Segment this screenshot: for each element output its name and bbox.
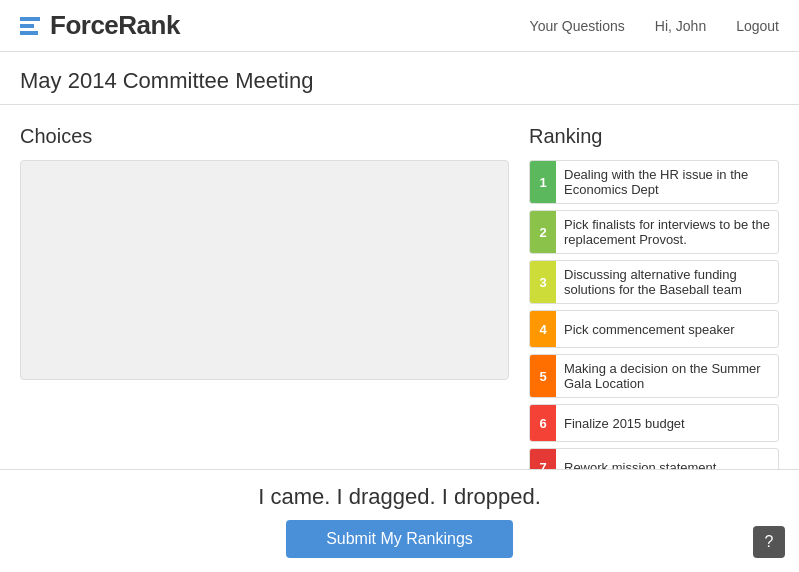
rank-label: Discussing alternative funding solutions… bbox=[556, 261, 778, 303]
rank-number: 6 bbox=[530, 405, 556, 441]
logo-icon bbox=[20, 17, 40, 35]
bottom-message: I came. I dragged. I dropped. bbox=[258, 484, 541, 510]
logo-text: ForceRank bbox=[50, 10, 180, 41]
header: ForceRank Your Questions Hi, John Logout bbox=[0, 0, 799, 52]
rank-label: Finalize 2015 budget bbox=[556, 405, 778, 441]
rank-number: 3 bbox=[530, 261, 556, 303]
ranking-item[interactable]: 3Discussing alternative funding solution… bbox=[529, 260, 779, 304]
header-nav: Your Questions Hi, John Logout bbox=[530, 18, 779, 34]
logout-link[interactable]: Logout bbox=[736, 18, 779, 34]
rank-number: 5 bbox=[530, 355, 556, 397]
ranking-panel: Ranking 1Dealing with the HR issue in th… bbox=[529, 125, 779, 486]
ranking-item[interactable]: 1Dealing with the HR issue in the Econom… bbox=[529, 160, 779, 204]
help-button[interactable]: ? bbox=[753, 526, 785, 558]
greeting-link[interactable]: Hi, John bbox=[655, 18, 706, 34]
choices-panel: Choices bbox=[20, 125, 509, 380]
submit-button[interactable]: Submit My Rankings bbox=[286, 520, 513, 558]
rank-number: 1 bbox=[530, 161, 556, 203]
ranking-item[interactable]: 4Pick commencement speaker bbox=[529, 310, 779, 348]
your-questions-link[interactable]: Your Questions bbox=[530, 18, 625, 34]
main-content: Choices Ranking 1Dealing with the HR iss… bbox=[0, 105, 799, 506]
ranking-list: 1Dealing with the HR issue in the Econom… bbox=[529, 160, 779, 486]
choices-title: Choices bbox=[20, 125, 509, 148]
ranking-title: Ranking bbox=[529, 125, 779, 148]
ranking-item[interactable]: 2Pick finalists for interviews to be the… bbox=[529, 210, 779, 254]
rank-label: Pick commencement speaker bbox=[556, 311, 778, 347]
choices-drop-zone[interactable] bbox=[20, 160, 509, 380]
page-title-section: May 2014 Committee Meeting bbox=[0, 52, 799, 105]
rank-label: Dealing with the HR issue in the Economi… bbox=[556, 161, 778, 203]
bottom-bar: I came. I dragged. I dropped. Submit My … bbox=[0, 469, 799, 572]
page-title: May 2014 Committee Meeting bbox=[20, 68, 779, 94]
ranking-item[interactable]: 6Finalize 2015 budget bbox=[529, 404, 779, 442]
rank-number: 2 bbox=[530, 211, 556, 253]
rank-label: Making a decision on the Summer Gala Loc… bbox=[556, 355, 778, 397]
rank-label: Pick finalists for interviews to be the … bbox=[556, 211, 778, 253]
rank-number: 4 bbox=[530, 311, 556, 347]
ranking-item[interactable]: 5Making a decision on the Summer Gala Lo… bbox=[529, 354, 779, 398]
